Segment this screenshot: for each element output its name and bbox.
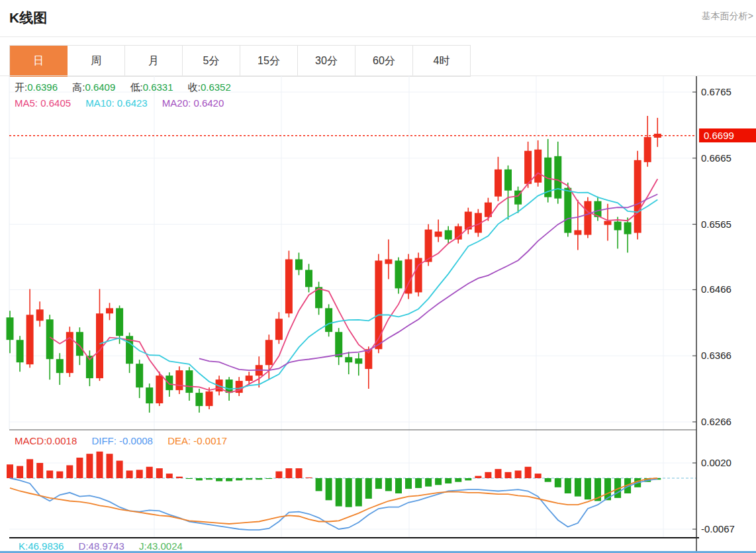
ma10-value: 0.6423 — [117, 97, 148, 109]
dea-label: DEA: — [167, 435, 191, 446]
d-value: 48.9743 — [89, 540, 124, 552]
dea-value: -0.0017 — [193, 435, 227, 446]
price-axis-label: 0.6665 — [701, 152, 732, 164]
price-axis-label: 0.6765 — [701, 86, 732, 97]
high-value: 0.6409 — [85, 81, 115, 93]
macd-layer — [7, 452, 696, 530]
ma20-value: 0.6420 — [193, 97, 224, 109]
open-value: 0.6396 — [27, 81, 58, 93]
kline-widget: K线图 基本面分析> 日 周 月 5分 15分 30分 60分 4时 开:0.6… — [0, 0, 756, 553]
macd-axis-label: 0.0020 — [701, 457, 732, 468]
current-price-badge: 0.6699 — [699, 128, 756, 142]
low-value: 0.6331 — [143, 81, 173, 93]
price-axis-label: 0.6266 — [701, 416, 732, 427]
ma-legend: MA5: 0.6405 MA10: 0.6423 MA20: 0.6420 — [15, 97, 236, 109]
kdj-legend: K:46.9836 D:48.9743 J:43.0024 — [19, 540, 195, 552]
price-axis-label: 0.6366 — [701, 350, 732, 361]
ma5-label: MA5: — [15, 97, 38, 109]
k-value: 46.9836 — [28, 540, 64, 552]
ma5-value: 0.6405 — [40, 97, 71, 109]
k-label: K: — [19, 540, 28, 552]
high-label: 高: — [72, 81, 85, 93]
macd-legend: MACD:0.0018 DIFF: -0.0008 DEA: -0.0017 — [15, 435, 239, 446]
price-axis-label: 0.6466 — [701, 283, 732, 295]
close-value: 0.6352 — [201, 81, 231, 93]
ma20-label: MA20: — [162, 97, 191, 109]
macd-axis-label: -0.0067 — [701, 523, 735, 534]
ohlc-legend: 开:0.6396 高:0.6409 低:0.6331 收:0.6352 — [15, 81, 243, 94]
diff-label: DIFF: — [91, 435, 117, 446]
macd-label: MACD: — [15, 435, 46, 446]
d-label: D: — [79, 540, 89, 552]
candles-layer — [7, 116, 661, 413]
j-label: J: — [139, 540, 147, 552]
ma10-label: MA10: — [85, 97, 114, 109]
open-label: 开: — [15, 81, 27, 93]
low-label: 低: — [130, 81, 142, 93]
price-axis-label: 0.6565 — [701, 219, 732, 230]
close-label: 收: — [188, 81, 201, 93]
j-value: 43.0024 — [147, 540, 183, 552]
macd-value: 0.0018 — [46, 435, 77, 446]
diff-value: -0.0008 — [119, 435, 153, 446]
